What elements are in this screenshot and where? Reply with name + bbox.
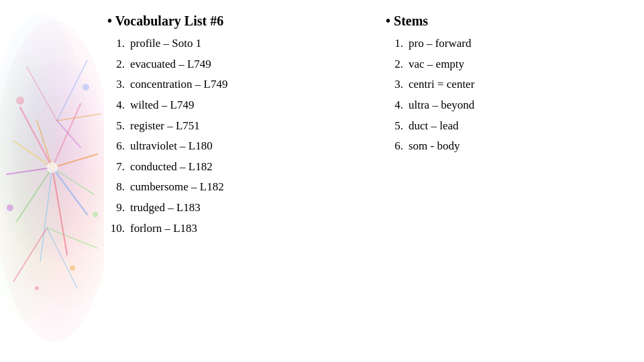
vocabulary-item: 3.concentration – L749 xyxy=(107,76,359,93)
svg-point-25 xyxy=(93,212,98,217)
item-number: 6. xyxy=(107,138,130,155)
svg-point-23 xyxy=(16,97,24,105)
vocabulary-column: • Vocabulary List #6 1.profile – Soto 12… xyxy=(107,13,359,355)
item-text: profile – Soto 1 xyxy=(130,36,201,52)
item-number: 1. xyxy=(107,36,130,52)
item-number: 4. xyxy=(107,97,130,114)
stem-item: 6.som - body xyxy=(386,138,637,155)
item-text: forlorn – L183 xyxy=(130,221,197,237)
stem-item: 1.pro – forward xyxy=(386,36,637,52)
item-number: 7. xyxy=(107,159,130,176)
item-number: 4. xyxy=(386,97,409,114)
stem-item: 5.duct – lead xyxy=(386,118,637,135)
stem-item: 3.centri = center xyxy=(386,76,637,93)
svg-point-26 xyxy=(7,204,13,211)
vocabulary-item: 7.conducted – L182 xyxy=(107,159,359,176)
vocabulary-item: 9.trudged – L183 xyxy=(107,200,359,217)
svg-point-24 xyxy=(83,84,89,90)
item-number: 3. xyxy=(107,76,130,93)
item-number: 3. xyxy=(386,76,409,93)
vocabulary-item: 4.wilted – L749 xyxy=(107,97,359,114)
item-number: 2. xyxy=(107,56,130,73)
svg-point-28 xyxy=(35,286,39,290)
item-text: duct – lead xyxy=(409,118,459,135)
item-text: cumbersome – L182 xyxy=(130,179,224,196)
vocabulary-item: 6.ultraviolet – L180 xyxy=(107,138,359,155)
item-text: som - body xyxy=(409,138,460,155)
vocabulary-item: 5.register – L751 xyxy=(107,118,359,135)
vocabulary-item: 10.forlorn – L183 xyxy=(107,221,359,237)
vocabulary-list: 1.profile – Soto 12.evacuated – L7493.co… xyxy=(107,36,359,237)
item-number: 1. xyxy=(386,36,409,52)
stems-column: • Stems 1.pro – forward2.vac – empty3.ce… xyxy=(386,13,637,355)
stems-title: • Stems xyxy=(386,13,637,29)
item-text: evacuated – L749 xyxy=(130,56,211,73)
stem-item: 2.vac – empty xyxy=(386,56,637,73)
vocabulary-title: • Vocabulary List #6 xyxy=(107,13,359,29)
item-number: 10. xyxy=(107,221,130,237)
content-area: • Vocabulary List #6 1.profile – Soto 12… xyxy=(107,13,637,355)
item-text: centri = center xyxy=(409,76,474,93)
item-text: pro – forward xyxy=(409,36,471,52)
decorative-splash xyxy=(0,0,104,362)
vocabulary-item: 2.evacuated – L749 xyxy=(107,56,359,73)
item-text: wilted – L749 xyxy=(130,97,194,114)
svg-point-30 xyxy=(49,164,56,171)
item-text: concentration – L749 xyxy=(130,76,227,93)
stem-item: 4.ultra – beyond xyxy=(386,97,637,114)
item-text: vac – empty xyxy=(409,56,464,73)
item-text: trudged – L183 xyxy=(130,200,201,217)
item-number: 9. xyxy=(107,200,130,217)
item-text: ultraviolet – L180 xyxy=(130,138,213,155)
vocabulary-item: 8.cumbersome – L182 xyxy=(107,179,359,196)
item-number: 6. xyxy=(386,138,409,155)
item-text: conducted – L182 xyxy=(130,159,213,176)
item-text: register – L751 xyxy=(130,118,200,135)
item-number: 8. xyxy=(107,179,130,196)
svg-point-27 xyxy=(70,265,75,271)
item-number: 5. xyxy=(107,118,130,135)
vocabulary-item: 1.profile – Soto 1 xyxy=(107,36,359,52)
item-text: ultra – beyond xyxy=(409,97,474,114)
item-number: 5. xyxy=(386,118,409,135)
stems-list: 1.pro – forward2.vac – empty3.centri = c… xyxy=(386,36,637,155)
item-number: 2. xyxy=(386,56,409,73)
